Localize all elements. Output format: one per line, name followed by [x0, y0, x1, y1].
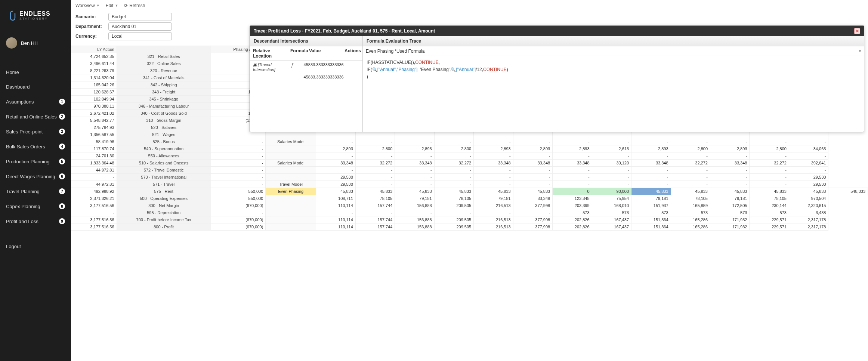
cell[interactable]: 157,744 [355, 202, 395, 209]
cell[interactable]: - [631, 174, 671, 181]
cell[interactable]: 151,364 [631, 216, 671, 223]
cell[interactable]: - [513, 174, 552, 181]
user-block[interactable]: Ben Hill [0, 33, 71, 53]
cell[interactable]: - [750, 181, 789, 188]
row-label[interactable]: 341 - Cost of Materials [117, 74, 211, 81]
cell[interactable]: 110,114 [316, 223, 355, 231]
cell[interactable]: 79,181 [631, 195, 671, 202]
row-label[interactable]: 346 - Manufacturing Labour [117, 103, 211, 110]
cell-model[interactable] [266, 202, 316, 209]
cell[interactable]: 157,744 [355, 216, 395, 223]
cell-phasing[interactable]: 550,000 [211, 188, 266, 195]
cell[interactable]: - [789, 167, 828, 174]
cell[interactable]: 2,893 [316, 145, 355, 152]
cell[interactable]: 573 [592, 209, 631, 216]
cell[interactable]: 33,348 [395, 160, 434, 167]
cell-ly[interactable]: 1,833,364.48 [71, 160, 117, 167]
cell[interactable]: 33,348 [316, 160, 355, 167]
cell[interactable]: - [671, 181, 710, 188]
cell[interactable]: 45,833 [395, 188, 434, 195]
cell[interactable]: 90,000 [592, 188, 631, 195]
cell-ly[interactable]: 492,988.92 [71, 188, 117, 195]
cell[interactable]: 29,530 [789, 181, 828, 188]
cell-ly[interactable]: 120,628.67 [71, 89, 117, 96]
cell[interactable]: 156,888 [395, 223, 434, 231]
row-label[interactable]: 540 - Superannuation [117, 145, 211, 152]
cell[interactable]: - [592, 152, 631, 160]
cell-model[interactable] [266, 152, 316, 160]
cell[interactable]: 32,272 [750, 160, 789, 167]
cell[interactable]: 172,505 [710, 202, 750, 209]
cell-ly[interactable]: 3,177,516.56 [71, 216, 117, 223]
cell[interactable]: - [434, 152, 473, 160]
cell-phasing[interactable]: (670,000) [211, 216, 266, 223]
cell[interactable]: - [474, 174, 513, 181]
cell[interactable]: 33,348 [710, 160, 750, 167]
cell[interactable]: 34,065 [789, 145, 828, 152]
cell[interactable]: 123,348 [553, 195, 592, 202]
cell[interactable]: 156,888 [395, 216, 434, 223]
cell[interactable]: 2,893 [631, 145, 671, 152]
cell[interactable]: 2,800 [750, 145, 789, 152]
cell[interactable]: 202,826 [553, 216, 592, 223]
cell-model[interactable] [266, 174, 316, 181]
cell-ly[interactable]: 24,701.30 [71, 152, 117, 160]
cell[interactable]: 45,833 [434, 188, 473, 195]
cell[interactable]: - [592, 181, 631, 188]
cell[interactable]: 2,317,178 [789, 216, 828, 223]
cell[interactable]: - [631, 181, 671, 188]
cell[interactable]: - [592, 167, 631, 174]
cell-model[interactable] [266, 145, 316, 152]
cell-model[interactable] [266, 167, 316, 174]
cell[interactable]: - [553, 167, 592, 174]
dialog-header[interactable]: Trace: Profit and Loss - FY2021, Feb, Bu… [250, 26, 864, 36]
cell[interactable]: 79,181 [395, 195, 434, 202]
cell[interactable]: 108,711 [316, 195, 355, 202]
cell[interactable]: - [513, 138, 552, 145]
row-label[interactable]: 510 - Salaries and Oncosts [117, 160, 211, 167]
cell[interactable]: - [316, 209, 355, 216]
cell[interactable]: 45,833 [671, 188, 710, 195]
formula-select[interactable]: Even Phasing *Used Formula ▾ [363, 46, 864, 56]
cell-ly[interactable]: 3,496,611.44 [71, 60, 117, 67]
cell[interactable]: 32,272 [434, 160, 473, 167]
row-label[interactable]: 320 - Revenue [117, 67, 211, 74]
cell-model[interactable] [266, 195, 316, 202]
cell-ly[interactable]: 165,042.26 [71, 81, 117, 89]
cell[interactable]: - [434, 167, 473, 174]
cell-phasing[interactable]: - [211, 138, 266, 145]
cell-ly[interactable]: - [71, 174, 117, 181]
cell[interactable]: 45,833 [355, 188, 395, 195]
cell-ly[interactable]: 44,972.81 [71, 167, 117, 174]
cell[interactable]: - [395, 181, 434, 188]
cell[interactable]: 573 [710, 209, 750, 216]
cell[interactable]: 216,513 [474, 202, 513, 209]
cell[interactable]: - [750, 167, 789, 174]
cell[interactable]: - [316, 138, 355, 145]
cell-phasing[interactable]: - [211, 167, 266, 174]
cell[interactable]: - [750, 138, 789, 145]
cell-ly[interactable]: 4,724,652.35 [71, 53, 117, 60]
workview-menu[interactable]: Workview ▼ [75, 3, 100, 8]
row-label[interactable]: 322 - Online Sales [117, 60, 211, 67]
cell[interactable]: 45,833 [513, 188, 552, 195]
cell[interactable]: 78,105 [750, 195, 789, 202]
cell-phasing[interactable]: - [211, 152, 266, 160]
cell-model[interactable] [266, 209, 316, 216]
cell[interactable]: - [355, 209, 395, 216]
nav-item-logout[interactable]: Logout [0, 239, 71, 254]
cell[interactable]: 573 [631, 209, 671, 216]
cell[interactable]: - [474, 181, 513, 188]
row-label[interactable]: 800 - Profit [117, 223, 211, 231]
cell[interactable]: - [789, 138, 828, 145]
cell[interactable]: 30,120 [592, 160, 631, 167]
cell[interactable]: - [631, 152, 671, 160]
cell-ly[interactable]: 2,371,326.21 [71, 195, 117, 202]
row-label[interactable]: 521 - Wages [117, 131, 211, 138]
cell-ly[interactable]: 44,972.81 [71, 181, 117, 188]
cell[interactable]: - [474, 152, 513, 160]
cell[interactable]: 229,571 [750, 223, 789, 231]
cell[interactable]: 2,800 [355, 145, 395, 152]
cell[interactable]: - [513, 152, 552, 160]
cell[interactable]: - [355, 174, 395, 181]
